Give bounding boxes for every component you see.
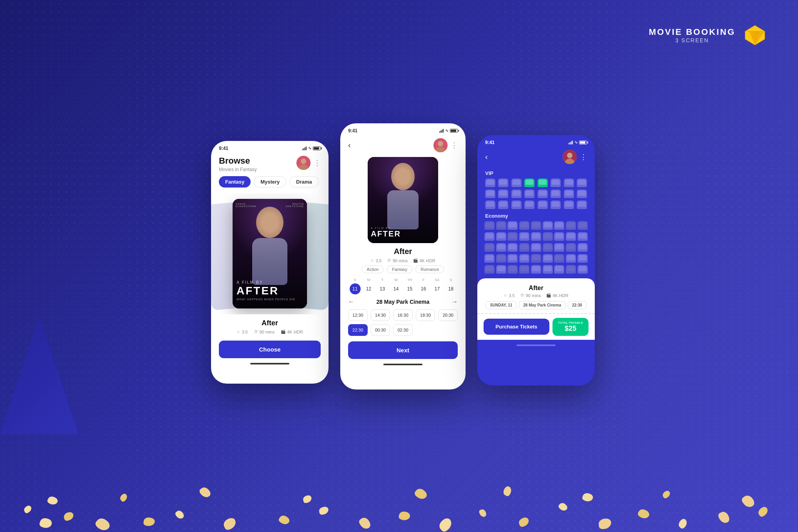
back-button-3[interactable]: ‹ bbox=[485, 152, 488, 161]
seat-v2-7[interactable] bbox=[564, 189, 574, 198]
seat-e4-4[interactable] bbox=[519, 254, 529, 263]
slot-1430[interactable]: 14:30 bbox=[371, 309, 390, 321]
seat-e5-2[interactable] bbox=[496, 265, 506, 274]
seat-e3-2[interactable] bbox=[496, 243, 506, 252]
seat-v3-7[interactable] bbox=[564, 200, 574, 209]
seat-v1-1[interactable] bbox=[485, 179, 495, 187]
seat-v1-5[interactable] bbox=[538, 179, 548, 187]
next-button[interactable]: Next bbox=[348, 341, 458, 359]
seat-e1-1[interactable] bbox=[484, 221, 495, 230]
seat-e1-3[interactable] bbox=[507, 221, 518, 230]
seat-v3-4[interactable] bbox=[524, 200, 534, 209]
seat-v2-2[interactable] bbox=[498, 189, 508, 198]
seat-e5-1[interactable] bbox=[484, 265, 495, 274]
date-13[interactable]: 13 bbox=[377, 283, 388, 294]
seat-v3-3[interactable] bbox=[511, 200, 522, 209]
seat-e5-9[interactable] bbox=[578, 265, 588, 274]
seat-e3-3[interactable] bbox=[507, 243, 518, 252]
cinema-next[interactable]: → bbox=[451, 298, 458, 305]
seat-e2-4[interactable] bbox=[519, 232, 529, 241]
slot-1630[interactable]: 16:30 bbox=[393, 309, 413, 321]
seat-v3-5[interactable] bbox=[538, 200, 548, 209]
seat-e4-1[interactable] bbox=[484, 254, 495, 263]
date-12[interactable]: 12 bbox=[363, 283, 374, 294]
seat-e2-2[interactable] bbox=[496, 232, 506, 241]
tab-fantasy[interactable]: Fantasy bbox=[219, 176, 251, 188]
user-avatar-2[interactable] bbox=[433, 138, 448, 152]
seat-e5-5[interactable] bbox=[531, 265, 541, 274]
seat-e4-9[interactable] bbox=[578, 254, 588, 263]
seat-v1-6[interactable] bbox=[551, 179, 561, 187]
user-avatar-1[interactable] bbox=[296, 156, 311, 170]
seat-e3-4[interactable] bbox=[519, 243, 529, 252]
seat-v1-8[interactable] bbox=[577, 179, 587, 187]
seat-v3-1[interactable] bbox=[485, 200, 495, 209]
seat-e3-7[interactable] bbox=[554, 243, 564, 252]
seat-e4-7[interactable] bbox=[554, 254, 564, 263]
seat-e5-7[interactable] bbox=[554, 265, 564, 274]
slot-1230[interactable]: 12:30 bbox=[348, 309, 368, 321]
seat-v3-6[interactable] bbox=[551, 200, 561, 209]
seat-e2-3[interactable] bbox=[507, 232, 518, 241]
seat-v2-3[interactable] bbox=[511, 189, 522, 198]
seat-v2-1[interactable] bbox=[485, 189, 495, 198]
tab-drama[interactable]: Drama bbox=[289, 176, 318, 188]
slot-2230[interactable]: 22:30 bbox=[348, 324, 368, 336]
seat-e1-5[interactable] bbox=[531, 221, 541, 230]
seat-e4-8[interactable] bbox=[566, 254, 576, 263]
seat-e4-2[interactable] bbox=[496, 254, 506, 263]
tab-mystery[interactable]: Mystery bbox=[254, 176, 286, 188]
seat-e3-5[interactable] bbox=[531, 243, 541, 252]
movie-card-main[interactable]: A FILM BY AFTER WHAT HAPPENS WHEN PEOPLE… bbox=[233, 199, 307, 308]
seat-e2-7[interactable] bbox=[554, 232, 564, 241]
seat-e3-8[interactable] bbox=[566, 243, 576, 252]
seat-e5-8[interactable] bbox=[566, 265, 576, 274]
seat-v2-4[interactable] bbox=[524, 189, 534, 198]
seat-e1-9[interactable] bbox=[578, 221, 588, 230]
seat-e5-6[interactable] bbox=[543, 265, 553, 274]
seat-e4-5[interactable] bbox=[531, 254, 541, 263]
date-16[interactable]: 16 bbox=[418, 283, 429, 294]
seat-e4-6[interactable] bbox=[543, 254, 553, 263]
seat-e1-2[interactable] bbox=[496, 221, 506, 230]
more-menu-1[interactable]: ⋮ bbox=[314, 159, 321, 167]
slot-0230[interactable]: 02:30 bbox=[393, 324, 413, 336]
date-15[interactable]: 15 bbox=[404, 283, 415, 294]
seat-v2-5[interactable] bbox=[538, 189, 548, 198]
cinema-prev[interactable]: ← bbox=[348, 298, 354, 305]
seat-v1-2[interactable] bbox=[498, 179, 508, 187]
seat-e3-1[interactable] bbox=[484, 243, 495, 252]
seat-v1-3[interactable] bbox=[511, 179, 522, 187]
back-button[interactable]: ‹ bbox=[348, 141, 351, 150]
seat-e2-5[interactable] bbox=[531, 232, 541, 241]
seat-v1-4[interactable] bbox=[524, 179, 534, 187]
choose-button[interactable]: Choose bbox=[219, 341, 321, 358]
seat-e4-3[interactable] bbox=[507, 254, 518, 263]
seat-v2-6[interactable] bbox=[551, 189, 561, 198]
purchase-button[interactable]: Purchase Tickets bbox=[484, 319, 549, 335]
slot-2030[interactable]: 20:30 bbox=[438, 309, 458, 321]
seat-e1-7[interactable] bbox=[554, 221, 564, 230]
slot-1830[interactable]: 18:30 bbox=[416, 309, 435, 321]
seat-v2-8[interactable] bbox=[577, 189, 587, 198]
seat-e1-6[interactable] bbox=[543, 221, 553, 230]
seat-v3-2[interactable] bbox=[498, 200, 508, 209]
date-17[interactable]: 17 bbox=[432, 283, 443, 294]
seat-e2-1[interactable] bbox=[484, 232, 495, 241]
seat-e2-9[interactable] bbox=[578, 232, 588, 241]
seat-e1-8[interactable] bbox=[566, 221, 576, 230]
seat-e5-4[interactable] bbox=[519, 265, 529, 274]
seat-e3-9[interactable] bbox=[578, 243, 588, 252]
seat-e2-6[interactable] bbox=[543, 232, 553, 241]
seat-e1-4[interactable] bbox=[519, 221, 529, 230]
date-11[interactable]: 11 bbox=[350, 283, 361, 294]
more-menu-3[interactable]: ⋮ bbox=[580, 153, 587, 161]
seat-e3-6[interactable] bbox=[543, 243, 553, 252]
date-18[interactable]: 18 bbox=[446, 283, 457, 294]
seat-v1-7[interactable] bbox=[564, 179, 574, 187]
seat-e2-8[interactable] bbox=[566, 232, 576, 241]
date-14[interactable]: 14 bbox=[391, 283, 402, 294]
seat-v3-8[interactable] bbox=[577, 200, 587, 209]
seat-e5-3[interactable] bbox=[507, 265, 518, 274]
user-avatar-3[interactable] bbox=[563, 150, 577, 164]
